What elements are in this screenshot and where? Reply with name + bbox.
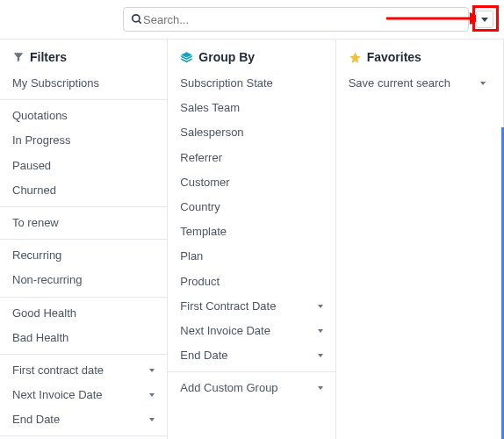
caret-down-icon: [149, 393, 155, 397]
groupby-date-item[interactable]: End Date: [168, 343, 335, 368]
groupby-date-item[interactable]: First Contract Date: [168, 294, 335, 319]
groupby-header: Group By: [168, 48, 335, 71]
separator: [0, 297, 167, 298]
caret-down-icon: [480, 82, 486, 85]
filters-column: Filters My Subscriptions Quotations In P…: [0, 40, 168, 439]
filters-header: Filters: [0, 48, 167, 71]
filter-item[interactable]: Good Health: [0, 301, 167, 326]
filter-item[interactable]: Paused: [0, 154, 167, 178]
filter-icon: [12, 51, 25, 63]
caret-down-icon: [149, 418, 155, 421]
groupby-column: Group By Subscription State Sales Team S…: [168, 40, 335, 439]
favorites-column: Favorites Save current search: [336, 40, 504, 439]
save-current-search[interactable]: Save current search: [336, 71, 503, 96]
favorites-title: Favorites: [367, 50, 421, 64]
search-options-toggle[interactable]: [476, 11, 493, 28]
separator: [0, 354, 167, 355]
groupby-item[interactable]: Subscription State: [168, 71, 335, 96]
caret-down-icon: [318, 305, 323, 308]
filter-item[interactable]: To renew: [0, 211, 167, 235]
filter-item[interactable]: My Subscriptions: [0, 71, 167, 96]
caret-down-icon: [149, 369, 155, 372]
filter-item[interactable]: Churned: [0, 178, 167, 203]
separator: [0, 206, 167, 207]
filter-item[interactable]: Recurring: [0, 243, 167, 268]
star-icon: [349, 51, 362, 64]
separator: [0, 99, 167, 100]
caret-down-icon: [481, 18, 488, 22]
search-icon: [131, 13, 143, 25]
layers-icon: [180, 51, 193, 64]
caret-down-icon: [318, 354, 323, 357]
filter-item[interactable]: Bad Health: [0, 326, 167, 350]
groupby-item[interactable]: Plan: [168, 244, 335, 269]
filter-date-item[interactable]: End Date: [0, 407, 167, 432]
favorites-header: Favorites: [336, 48, 503, 71]
groupby-item[interactable]: Template: [168, 220, 335, 244]
filter-item[interactable]: In Progress: [0, 128, 167, 153]
filter-item[interactable]: Quotations: [0, 104, 167, 128]
filters-title: Filters: [30, 50, 67, 64]
search-input[interactable]: [143, 13, 461, 26]
search-input-container[interactable]: [123, 7, 469, 32]
caret-down-icon: [318, 329, 323, 333]
svg-point-0: [133, 15, 140, 22]
separator: [168, 371, 335, 372]
separator: [0, 435, 167, 436]
groupby-title: Group By: [198, 50, 255, 64]
filter-item[interactable]: Non-recurring: [0, 268, 167, 292]
groupby-item[interactable]: Country: [168, 195, 335, 220]
groupby-item[interactable]: Product: [168, 270, 335, 294]
caret-down-icon: [318, 386, 323, 390]
groupby-item[interactable]: Salesperson: [168, 120, 335, 145]
groupby-item[interactable]: Referrer: [168, 146, 335, 170]
svg-line-1: [139, 21, 141, 24]
separator: [0, 239, 167, 240]
groupby-date-item[interactable]: Next Invoice Date: [168, 319, 335, 343]
filter-date-item[interactable]: First contract date: [0, 358, 167, 383]
add-custom-group[interactable]: Add Custom Group: [168, 376, 335, 400]
groupby-item[interactable]: Sales Team: [168, 96, 335, 120]
filter-date-item[interactable]: Next Invoice Date: [0, 383, 167, 407]
groupby-item[interactable]: Customer: [168, 170, 335, 195]
